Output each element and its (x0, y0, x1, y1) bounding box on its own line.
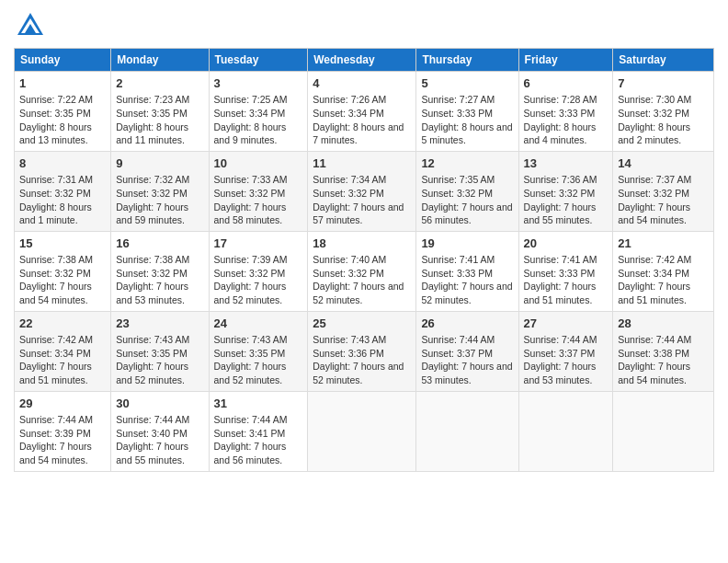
day-info: Sunset: 3:32 PM (19, 187, 106, 201)
day-header-saturday: Saturday (613, 49, 714, 72)
calendar-cell (613, 391, 714, 471)
day-info: Sunrise: 7:22 AM (19, 93, 106, 107)
day-info: Sunrise: 7:43 AM (116, 333, 203, 347)
calendar-cell: 3Sunrise: 7:25 AMSunset: 3:34 PMDaylight… (209, 72, 308, 152)
day-info: Daylight: 7 hours and 52 minutes. (313, 360, 411, 386)
day-info: Daylight: 7 hours and 58 minutes. (214, 201, 303, 227)
calendar-cell: 22Sunrise: 7:42 AMSunset: 3:34 PMDayligh… (15, 311, 111, 391)
calendar-week-3: 15Sunrise: 7:38 AMSunset: 3:32 PMDayligh… (15, 231, 714, 311)
day-info: Sunrise: 7:38 AM (116, 253, 203, 267)
day-number: 28 (618, 316, 709, 332)
calendar-table: SundayMondayTuesdayWednesdayThursdayFrid… (14, 48, 714, 472)
day-info: Sunrise: 7:33 AM (214, 173, 303, 187)
calendar-cell: 19Sunrise: 7:41 AMSunset: 3:33 PMDayligh… (416, 231, 518, 311)
day-header-thursday: Thursday (416, 49, 518, 72)
calendar-cell: 25Sunrise: 7:43 AMSunset: 3:36 PMDayligh… (308, 311, 416, 391)
calendar-week-2: 8Sunrise: 7:31 AMSunset: 3:32 PMDaylight… (15, 151, 714, 231)
day-info: Daylight: 7 hours and 53 minutes. (524, 360, 609, 386)
calendar-cell: 9Sunrise: 7:32 AMSunset: 3:32 PMDaylight… (111, 151, 209, 231)
day-number: 8 (19, 155, 106, 172)
day-info: Daylight: 8 hours and 2 minutes. (618, 121, 709, 147)
calendar-cell: 27Sunrise: 7:44 AMSunset: 3:37 PMDayligh… (518, 311, 613, 391)
calendar-cell: 12Sunrise: 7:35 AMSunset: 3:32 PMDayligh… (416, 151, 518, 231)
header (14, 9, 714, 42)
day-info: Sunset: 3:33 PM (421, 107, 513, 121)
day-info: Daylight: 7 hours and 54 minutes. (19, 280, 106, 306)
day-info: Sunrise: 7:27 AM (421, 93, 513, 107)
day-info: Sunset: 3:41 PM (214, 427, 303, 441)
day-info: Sunrise: 7:25 AM (214, 93, 303, 107)
day-info: Sunset: 3:33 PM (524, 107, 609, 121)
day-info: Sunrise: 7:44 AM (19, 413, 106, 427)
day-info: Sunrise: 7:42 AM (618, 253, 709, 267)
day-number: 5 (421, 75, 513, 92)
calendar-cell: 14Sunrise: 7:37 AMSunset: 3:32 PMDayligh… (613, 151, 714, 231)
calendar-cell: 1Sunrise: 7:22 AMSunset: 3:35 PMDaylight… (15, 72, 111, 152)
calendar-cell: 11Sunrise: 7:34 AMSunset: 3:32 PMDayligh… (308, 151, 416, 231)
day-number: 30 (116, 396, 203, 412)
day-number: 12 (421, 155, 513, 172)
day-number: 20 (524, 236, 609, 252)
calendar-cell: 30Sunrise: 7:44 AMSunset: 3:40 PMDayligh… (111, 391, 209, 471)
calendar-cell: 7Sunrise: 7:30 AMSunset: 3:32 PMDaylight… (613, 72, 714, 152)
calendar-week-4: 22Sunrise: 7:42 AMSunset: 3:34 PMDayligh… (15, 311, 714, 391)
day-info: Sunset: 3:32 PM (214, 187, 303, 201)
day-info: Daylight: 8 hours and 4 minutes. (524, 121, 609, 147)
day-info: Sunset: 3:39 PM (19, 427, 106, 441)
calendar-cell: 26Sunrise: 7:44 AMSunset: 3:37 PMDayligh… (416, 311, 518, 391)
calendar-cell (308, 391, 416, 471)
day-number: 6 (524, 75, 609, 92)
day-info: Daylight: 7 hours and 55 minutes. (524, 201, 609, 227)
calendar-cell: 24Sunrise: 7:43 AMSunset: 3:35 PMDayligh… (209, 311, 308, 391)
day-header-tuesday: Tuesday (209, 49, 308, 72)
day-info: Sunset: 3:33 PM (421, 267, 513, 281)
calendar-cell: 23Sunrise: 7:43 AMSunset: 3:35 PMDayligh… (111, 311, 209, 391)
calendar-week-5: 29Sunrise: 7:44 AMSunset: 3:39 PMDayligh… (15, 391, 714, 471)
day-info: Sunset: 3:37 PM (421, 347, 513, 361)
day-info: Sunset: 3:32 PM (524, 187, 609, 201)
header-row: SundayMondayTuesdayWednesdayThursdayFrid… (15, 49, 714, 72)
day-number: 14 (618, 155, 709, 172)
day-info: Daylight: 7 hours and 54 minutes. (618, 360, 709, 386)
calendar-cell: 6Sunrise: 7:28 AMSunset: 3:33 PMDaylight… (518, 72, 613, 152)
day-info: Sunset: 3:32 PM (19, 267, 106, 281)
day-info: Daylight: 8 hours and 13 minutes. (19, 121, 106, 147)
day-info: Sunset: 3:34 PM (19, 347, 106, 361)
day-number: 25 (313, 316, 411, 332)
day-info: Daylight: 7 hours and 52 minutes. (214, 360, 303, 386)
page: SundayMondayTuesdayWednesdayThursdayFrid… (0, 0, 728, 563)
day-info: Sunset: 3:35 PM (19, 107, 106, 121)
day-info: Sunset: 3:38 PM (618, 347, 709, 361)
day-number: 11 (313, 155, 411, 172)
day-info: Sunset: 3:36 PM (313, 347, 411, 361)
day-number: 9 (116, 155, 203, 172)
day-info: Sunset: 3:32 PM (313, 187, 411, 201)
day-info: Sunrise: 7:44 AM (214, 413, 303, 427)
day-info: Sunrise: 7:42 AM (19, 333, 106, 347)
calendar-cell: 15Sunrise: 7:38 AMSunset: 3:32 PMDayligh… (15, 231, 111, 311)
day-info: Sunset: 3:32 PM (618, 187, 709, 201)
calendar-cell: 16Sunrise: 7:38 AMSunset: 3:32 PMDayligh… (111, 231, 209, 311)
day-info: Daylight: 7 hours and 56 minutes. (421, 201, 513, 227)
day-info: Daylight: 8 hours and 7 minutes. (313, 121, 411, 147)
day-info: Sunset: 3:40 PM (116, 427, 203, 441)
day-info: Sunset: 3:34 PM (313, 107, 411, 121)
day-number: 24 (214, 316, 303, 332)
day-info: Daylight: 7 hours and 51 minutes. (19, 360, 106, 386)
calendar-cell: 20Sunrise: 7:41 AMSunset: 3:33 PMDayligh… (518, 231, 613, 311)
day-info: Sunrise: 7:44 AM (116, 413, 203, 427)
day-number: 26 (421, 316, 513, 332)
day-info: Daylight: 7 hours and 54 minutes. (19, 440, 106, 466)
calendar-cell: 10Sunrise: 7:33 AMSunset: 3:32 PMDayligh… (209, 151, 308, 231)
day-header-sunday: Sunday (15, 49, 111, 72)
calendar-cell: 21Sunrise: 7:42 AMSunset: 3:34 PMDayligh… (613, 231, 714, 311)
day-info: Sunset: 3:35 PM (214, 347, 303, 361)
day-info: Daylight: 7 hours and 52 minutes. (421, 280, 513, 306)
day-info: Sunset: 3:35 PM (116, 107, 203, 121)
day-number: 10 (214, 155, 303, 172)
day-header-monday: Monday (111, 49, 209, 72)
day-info: Sunset: 3:32 PM (421, 187, 513, 201)
day-number: 16 (116, 236, 203, 252)
day-info: Daylight: 7 hours and 52 minutes. (116, 360, 203, 386)
day-info: Sunset: 3:32 PM (116, 267, 203, 281)
